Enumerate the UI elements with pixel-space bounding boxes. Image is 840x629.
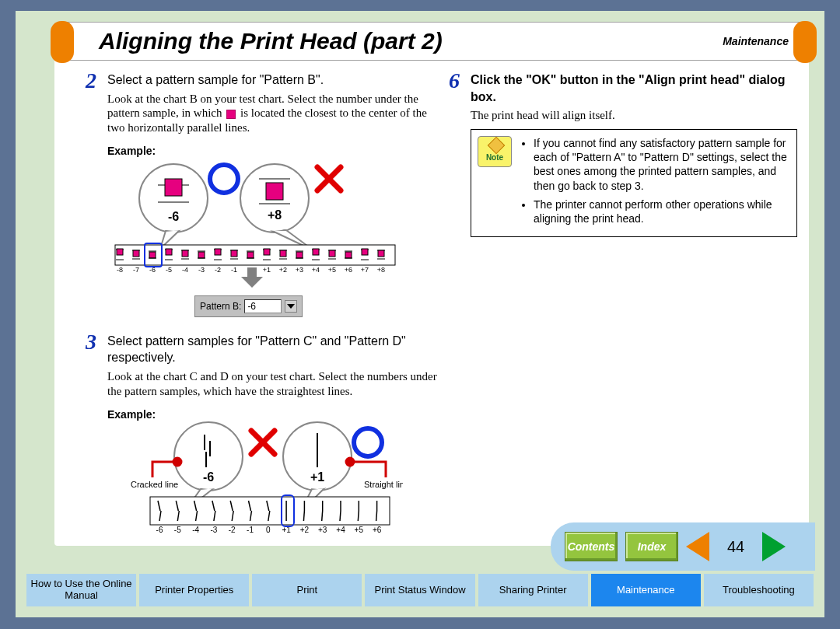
bottom-tab-bar: How to Use the Online ManualPrinter Prop… [26,574,814,606]
pink-square-icon [226,110,236,119]
svg-line-125 [322,511,323,521]
svg-point-95 [346,458,354,466]
content-area: 2 Select a pattern sample for "Pattern B… [54,56,809,546]
title-bar: Aligning the Print Head (part 2) Mainten… [62,22,805,61]
section-label: Maintenance [723,35,789,47]
svg-line-131 [358,511,359,521]
index-button[interactable]: Index [625,532,678,561]
svg-text:+2: +2 [279,266,287,274]
svg-rect-3 [165,179,182,196]
tab-printer-properties[interactable]: Printer Properties [139,574,249,606]
page-title: Aligning the Print Head (part 2) [99,28,443,54]
svg-text:+3: +3 [318,526,327,534]
svg-text:+3: +3 [296,266,303,274]
right-column: 6 Click the "OK" button in the "Align pr… [449,72,801,543]
svg-marker-83 [241,277,263,288]
svg-text:-1: -1 [231,266,237,274]
svg-rect-42 [231,250,237,257]
bubble-left-value: -6 [203,470,214,484]
left-column: 2 Select a pattern sample for "Pattern B… [86,72,438,543]
tab-how-to-use-the-online-manual[interactable]: How to Use the Online Manual [26,574,136,606]
step-6: 6 Click the "OK" button in the "Align pr… [449,72,801,237]
svg-rect-70 [345,252,352,258]
svg-line-122 [303,511,304,521]
step-title: Select pattern samples for "Pattern C" a… [107,333,438,366]
svg-text:+4: +4 [312,266,320,274]
svg-point-94 [173,458,181,466]
svg-text:-6: -6 [156,526,163,534]
note-item: If you cannot find any satisfactory patt… [534,136,789,193]
svg-line-134 [376,511,377,521]
nav-strip: Contents Index 44 [551,522,815,571]
svg-text:-5: -5 [174,526,181,534]
next-page-arrow-icon[interactable] [762,532,786,561]
bubble-right-value: +1 [310,470,324,484]
svg-rect-82 [247,267,257,277]
pattern-b-illustration: -6 +8 [107,156,438,288]
svg-text:+1: +1 [263,266,271,274]
svg-text:+2: +2 [300,526,310,534]
good-circle-icon [210,165,238,193]
svg-text:+7: +7 [361,266,369,274]
dropdown-arrow-icon[interactable] [285,300,297,313]
svg-rect-58 [296,252,303,258]
svg-text:+5: +5 [355,526,364,534]
svg-rect-18 [133,250,139,257]
svg-text:-2: -2 [229,526,236,534]
svg-rect-54 [280,250,286,257]
svg-text:-8: -8 [117,266,123,274]
svg-text:+4: +4 [336,526,345,534]
step-3: 3 Select pattern samples for "Pattern C"… [86,333,438,543]
contents-button[interactable]: Contents [565,532,618,561]
svg-rect-34 [198,252,205,258]
svg-text:+6: +6 [373,526,382,534]
step-title: Select a pattern sample for "Pattern B". [107,72,438,89]
svg-rect-38 [215,249,221,255]
svg-rect-14 [117,249,123,255]
step-number: 3 [86,331,107,353]
svg-rect-78 [378,250,384,257]
tab-print[interactable]: Print [252,574,362,606]
page-background: 2 Select a pattern sample for "Pattern B… [16,11,824,617]
svg-text:+8: +8 [377,266,385,274]
svg-line-128 [340,511,341,521]
tab-troubleshooting[interactable]: Troubleshooting [704,574,814,606]
good-circle-icon [354,428,382,456]
page-number: 44 [717,538,754,556]
svg-text:-3: -3 [198,266,205,274]
svg-text:-5: -5 [166,266,172,274]
svg-text:-2: -2 [215,266,221,274]
bubble-left-value: -6 [168,210,179,223]
svg-text:-4: -4 [192,526,199,534]
cracked-line-label: Cracked line [131,480,178,489]
svg-rect-96 [150,497,390,525]
svg-text:0: 0 [266,526,271,534]
dropdown-label: Pattern B: [200,301,241,312]
svg-rect-8 [266,183,283,200]
svg-rect-22 [149,252,156,258]
svg-text:-7: -7 [133,266,139,274]
straight-line-label: Straight line [364,480,403,489]
bad-x-icon [317,167,341,190]
bubble-right-value: +8 [268,208,282,222]
tab-maintenance[interactable]: Maintenance [591,574,701,606]
bad-x-icon [251,431,275,454]
pattern-cd-illustration: -6 +1 [107,419,438,543]
svg-text:-3: -3 [210,526,217,534]
previous-page-arrow-icon[interactable] [686,532,709,561]
step-body: The print head will align itself. [471,108,801,123]
step-number: 2 [86,70,107,92]
tab-sharing-printer[interactable]: Sharing Printer [478,574,588,606]
tab-print-status-window[interactable]: Print Status Window [365,574,474,606]
pattern-b-dropdown[interactable]: Pattern B: -6 [194,295,303,317]
svg-text:+5: +5 [328,266,336,274]
svg-rect-62 [313,249,319,255]
step-2: 2 Select a pattern sample for "Pattern B… [86,72,438,328]
note-box: Note If you cannot find any satisfactory… [471,129,797,237]
svg-rect-26 [166,249,172,255]
step-number: 6 [449,70,471,92]
svg-text:-1: -1 [247,526,254,534]
svg-rect-12 [115,245,395,265]
svg-rect-46 [247,252,254,258]
svg-text:-4: -4 [182,266,188,274]
